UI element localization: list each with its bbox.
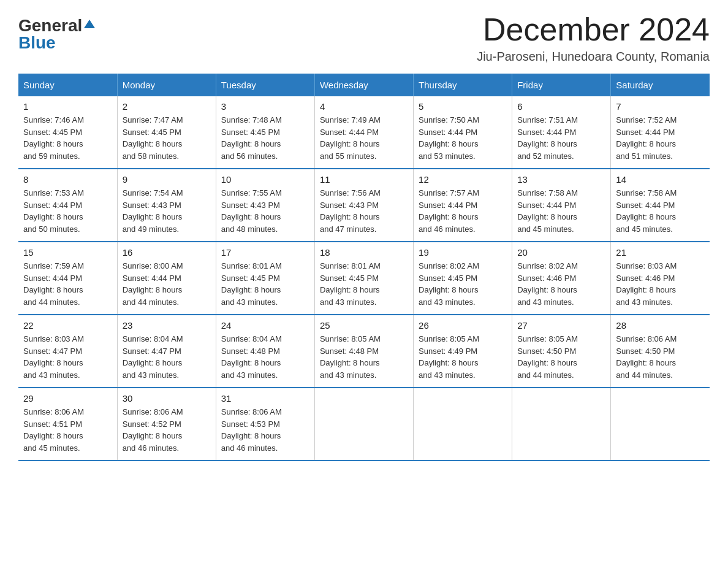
col-wednesday: Wednesday [314,74,413,96]
col-tuesday: Tuesday [216,74,314,96]
calendar-cell: 22Sunrise: 8:03 AMSunset: 4:47 PMDayligh… [18,315,117,388]
day-info: Sunrise: 7:51 AMSunset: 4:44 PMDaylight:… [517,114,605,162]
calendar-cell: 16Sunrise: 8:00 AMSunset: 4:44 PMDayligh… [117,242,216,315]
day-info: Sunrise: 8:01 AMSunset: 4:45 PMDaylight:… [320,260,408,308]
day-info: Sunrise: 8:05 AMSunset: 4:49 PMDaylight:… [419,333,507,381]
calendar-cell: 11Sunrise: 7:56 AMSunset: 4:43 PMDayligh… [314,169,413,242]
day-info: Sunrise: 8:02 AMSunset: 4:46 PMDaylight:… [517,260,605,308]
day-info: Sunrise: 7:57 AMSunset: 4:44 PMDaylight:… [419,187,507,235]
calendar-cell: 25Sunrise: 8:05 AMSunset: 4:48 PMDayligh… [314,315,413,388]
day-number: 20 [517,247,605,258]
day-number: 23 [123,320,211,331]
day-info: Sunrise: 8:05 AMSunset: 4:48 PMDaylight:… [320,333,408,381]
calendar-cell: 15Sunrise: 7:59 AMSunset: 4:44 PMDayligh… [18,242,117,315]
calendar-cell: 19Sunrise: 8:02 AMSunset: 4:45 PMDayligh… [414,242,512,315]
day-number: 16 [123,247,211,258]
day-number: 21 [616,247,705,258]
calendar-cell: 23Sunrise: 8:04 AMSunset: 4:47 PMDayligh… [117,315,216,388]
day-info: Sunrise: 8:05 AMSunset: 4:50 PMDaylight:… [517,333,605,381]
calendar-cell: 6Sunrise: 7:51 AMSunset: 4:44 PMDaylight… [512,96,611,169]
day-number: 27 [517,320,605,331]
day-number: 8 [23,174,112,185]
svg-marker-0 [84,20,95,28]
day-info: Sunrise: 8:04 AMSunset: 4:47 PMDaylight:… [123,333,211,381]
day-number: 9 [123,174,211,185]
day-info: Sunrise: 7:55 AMSunset: 4:43 PMDaylight:… [221,187,309,235]
day-number: 11 [320,174,408,185]
day-info: Sunrise: 7:54 AMSunset: 4:43 PMDaylight:… [123,187,211,235]
calendar-cell: 17Sunrise: 8:01 AMSunset: 4:45 PMDayligh… [216,242,314,315]
day-number: 6 [517,101,605,112]
calendar-cell: 9Sunrise: 7:54 AMSunset: 4:43 PMDaylight… [117,169,216,242]
day-info: Sunrise: 7:53 AMSunset: 4:44 PMDaylight:… [23,187,112,235]
day-number: 31 [221,393,309,404]
calendar-cell: 21Sunrise: 8:03 AMSunset: 4:46 PMDayligh… [611,242,710,315]
calendar-cell: 1Sunrise: 7:46 AMSunset: 4:45 PMDaylight… [18,96,117,169]
calendar-cell: 12Sunrise: 7:57 AMSunset: 4:44 PMDayligh… [414,169,512,242]
day-number: 17 [221,247,309,258]
calendar-cell: 29Sunrise: 8:06 AMSunset: 4:51 PMDayligh… [18,388,117,461]
month-title: December 2024 [477,12,710,47]
calendar-cell: 20Sunrise: 8:02 AMSunset: 4:46 PMDayligh… [512,242,611,315]
day-info: Sunrise: 8:06 AMSunset: 4:51 PMDaylight:… [23,406,112,454]
logo-triangle-icon [84,20,95,28]
calendar-week-4: 22Sunrise: 8:03 AMSunset: 4:47 PMDayligh… [18,315,710,388]
title-area: December 2024 Jiu-Paroseni, Hunedoara Co… [477,12,710,64]
day-info: Sunrise: 8:00 AMSunset: 4:44 PMDaylight:… [123,260,211,308]
day-number: 18 [320,247,408,258]
calendar-cell: 14Sunrise: 7:58 AMSunset: 4:44 PMDayligh… [611,169,710,242]
day-info: Sunrise: 8:04 AMSunset: 4:48 PMDaylight:… [221,333,309,381]
col-friday: Friday [512,74,611,96]
day-info: Sunrise: 7:46 AMSunset: 4:45 PMDaylight:… [23,114,112,162]
day-info: Sunrise: 8:01 AMSunset: 4:45 PMDaylight:… [221,260,309,308]
calendar-cell: 3Sunrise: 7:48 AMSunset: 4:45 PMDaylight… [216,96,314,169]
day-number: 22 [23,320,112,331]
day-info: Sunrise: 8:06 AMSunset: 4:53 PMDaylight:… [221,406,309,454]
day-info: Sunrise: 7:50 AMSunset: 4:44 PMDaylight:… [419,114,507,162]
day-info: Sunrise: 7:58 AMSunset: 4:44 PMDaylight:… [616,187,705,235]
calendar-cell [611,388,710,461]
day-info: Sunrise: 7:48 AMSunset: 4:45 PMDaylight:… [221,114,309,162]
logo-general: General [18,17,82,34]
calendar-cell: 24Sunrise: 8:04 AMSunset: 4:48 PMDayligh… [216,315,314,388]
day-number: 7 [616,101,705,112]
location-title: Jiu-Paroseni, Hunedoara County, Romania [477,50,710,64]
calendar-cell: 2Sunrise: 7:47 AMSunset: 4:45 PMDaylight… [117,96,216,169]
day-info: Sunrise: 7:49 AMSunset: 4:44 PMDaylight:… [320,114,408,162]
day-number: 2 [123,101,211,112]
calendar-cell [314,388,413,461]
calendar-week-3: 15Sunrise: 7:59 AMSunset: 4:44 PMDayligh… [18,242,710,315]
day-info: Sunrise: 8:03 AMSunset: 4:46 PMDaylight:… [616,260,705,308]
day-number: 19 [419,247,507,258]
calendar-week-1: 1Sunrise: 7:46 AMSunset: 4:45 PMDaylight… [18,96,710,169]
header: General Blue December 2024 Jiu-Paroseni,… [18,12,710,64]
day-number: 1 [23,101,112,112]
calendar-cell: 27Sunrise: 8:05 AMSunset: 4:50 PMDayligh… [512,315,611,388]
day-info: Sunrise: 7:58 AMSunset: 4:44 PMDaylight:… [517,187,605,235]
day-number: 15 [23,247,112,258]
calendar-cell: 10Sunrise: 7:55 AMSunset: 4:43 PMDayligh… [216,169,314,242]
day-number: 24 [221,320,309,331]
day-info: Sunrise: 8:03 AMSunset: 4:47 PMDaylight:… [23,333,112,381]
col-sunday: Sunday [18,74,117,96]
col-thursday: Thursday [414,74,512,96]
day-number: 4 [320,101,408,112]
calendar-cell: 5Sunrise: 7:50 AMSunset: 4:44 PMDaylight… [414,96,512,169]
day-number: 12 [419,174,507,185]
col-monday: Monday [117,74,216,96]
calendar-cell: 7Sunrise: 7:52 AMSunset: 4:44 PMDaylight… [611,96,710,169]
header-row: Sunday Monday Tuesday Wednesday Thursday… [18,74,710,96]
day-number: 28 [616,320,705,331]
logo: General Blue [18,12,95,52]
day-info: Sunrise: 7:47 AMSunset: 4:45 PMDaylight:… [123,114,211,162]
day-number: 14 [616,174,705,185]
day-info: Sunrise: 7:52 AMSunset: 4:44 PMDaylight:… [616,114,705,162]
day-number: 13 [517,174,605,185]
logo-blue: Blue [18,34,56,52]
day-info: Sunrise: 8:06 AMSunset: 4:50 PMDaylight:… [616,333,705,381]
day-number: 3 [221,101,309,112]
day-number: 26 [419,320,507,331]
calendar-week-2: 8Sunrise: 7:53 AMSunset: 4:44 PMDaylight… [18,169,710,242]
calendar-cell: 13Sunrise: 7:58 AMSunset: 4:44 PMDayligh… [512,169,611,242]
calendar-body: 1Sunrise: 7:46 AMSunset: 4:45 PMDaylight… [18,96,710,461]
